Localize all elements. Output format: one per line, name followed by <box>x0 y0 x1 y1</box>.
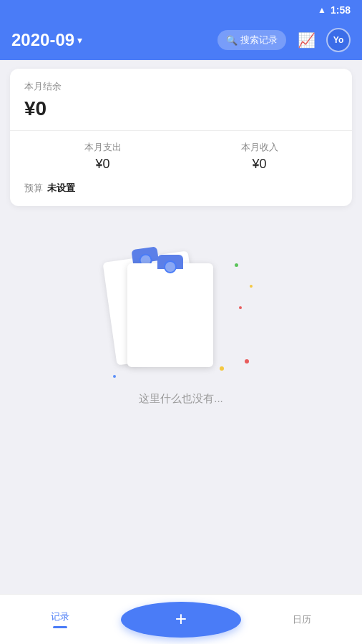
status-bar: ▲ 1:58 <box>0 0 362 20</box>
card-divider <box>10 130 352 131</box>
add-record-button[interactable]: + <box>121 602 242 638</box>
income-item: 本月收入 ¥0 <box>241 141 278 172</box>
nav-active-indicator <box>53 626 67 628</box>
clipboard-back-clip <box>131 246 158 264</box>
monthly-row: 本月支出 ¥0 本月收入 ¥0 <box>24 141 338 172</box>
nav-item-calendar[interactable]: 日历 <box>241 613 362 626</box>
header: 2020-09 ▾ 🔍 搜索记录 📈 Yo <box>0 20 362 60</box>
header-title-group[interactable]: 2020-09 ▾ <box>11 30 82 50</box>
empty-state: 这里什么也没有... <box>0 220 362 434</box>
clipboard-front-clip <box>157 255 183 269</box>
search-label: 搜索记录 <box>240 34 278 47</box>
chart-icon: 📈 <box>298 31 315 49</box>
nav-calendar-label: 日历 <box>293 613 311 626</box>
nav-item-record[interactable]: 记录 <box>0 610 121 628</box>
status-time: 1:58 <box>331 4 351 16</box>
avatar[interactable]: Yo <box>326 28 351 52</box>
header-actions: 🔍 搜索记录 📈 Yo <box>217 27 351 53</box>
dropdown-icon: ▾ <box>77 34 82 46</box>
summary-card: 本月结余 ¥0 本月支出 ¥0 本月收入 ¥0 预算 未设置 <box>10 69 352 206</box>
income-amount: ¥0 <box>252 157 266 172</box>
empty-text: 这里什么也没有... <box>139 392 223 406</box>
clipboard-front <box>127 263 213 367</box>
budget-label: 预算 <box>24 182 43 195</box>
search-button[interactable]: 🔍 搜索记录 <box>217 30 286 50</box>
search-icon: 🔍 <box>226 35 238 46</box>
chart-button[interactable]: 📈 <box>293 27 319 53</box>
avatar-initials: Yo <box>333 35 343 45</box>
balance-amount: ¥0 <box>24 97 338 120</box>
header-date-title: 2020-09 <box>11 30 74 50</box>
bottom-nav: 记录 + 日历 <box>0 594 362 644</box>
expense-amount: ¥0 <box>95 157 109 172</box>
wifi-icon: ▲ <box>318 5 326 15</box>
add-icon: + <box>175 609 187 629</box>
nav-record-label: 记录 <box>51 610 69 623</box>
budget-value: 未设置 <box>47 182 75 195</box>
expense-label: 本月支出 <box>84 141 122 154</box>
income-label: 本月收入 <box>241 141 278 154</box>
expense-item: 本月支出 ¥0 <box>84 141 122 172</box>
budget-row: 预算 未设置 <box>24 182 338 195</box>
balance-label: 本月结余 <box>24 80 338 93</box>
